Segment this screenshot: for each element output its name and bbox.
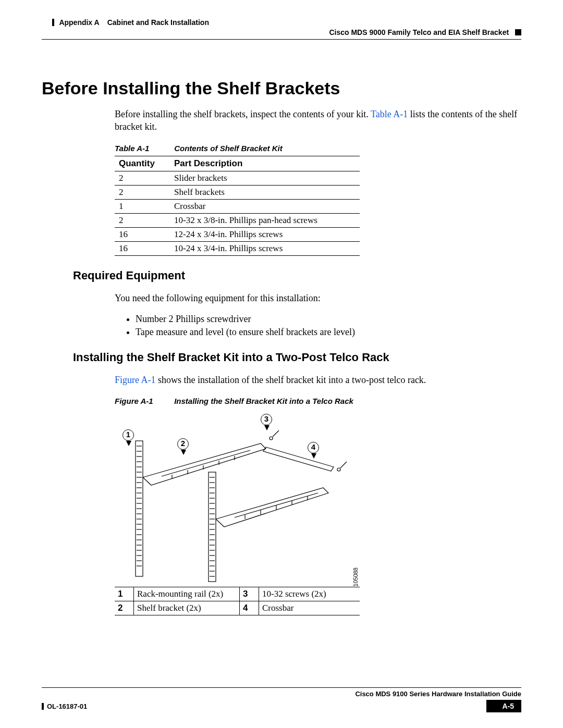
table-row: 1612-24 x 3/4-in. Phillips screws bbox=[115, 227, 360, 241]
figure-illustration: 1 2 3 4 105088 bbox=[115, 410, 360, 587]
table-row: 2Slider brackets bbox=[115, 171, 360, 185]
figure-caption-number: Figure A-1 bbox=[115, 397, 172, 405]
install-heading: Installing the Shelf Bracket Kit into a … bbox=[73, 351, 521, 364]
table-row: 1Crossbar bbox=[115, 199, 360, 213]
required-equipment-heading: Required Equipment bbox=[73, 269, 521, 282]
svg-point-60 bbox=[337, 468, 340, 471]
table-row: 2Shelf brackets bbox=[115, 185, 360, 199]
intro-paragraph: Before installing the shelf brackets, in… bbox=[115, 108, 521, 133]
install-text-b: shows the installation of the shelf brac… bbox=[156, 375, 426, 385]
table-caption-number: Table A-1 bbox=[115, 144, 172, 153]
table-row: 1 Rack-mounting rail (2x) 3 10-32 screws… bbox=[115, 587, 360, 601]
header-chapter: Cabinet and Rack Installation bbox=[107, 18, 209, 27]
running-header: Appendix A Cabinet and Rack Installation… bbox=[42, 16, 521, 47]
install-paragraph: Figure A-1 shows the installation of the… bbox=[115, 374, 521, 386]
figure-caption: Figure A-1 Installing the Shelf Bracket … bbox=[115, 397, 521, 405]
kit-contents-table: Quantity Part Description 2Slider bracke… bbox=[115, 156, 360, 256]
figure-legend-table: 1 Rack-mounting rail (2x) 3 10-32 screws… bbox=[115, 587, 360, 615]
telco-rack-diagram bbox=[115, 410, 360, 587]
svg-line-59 bbox=[273, 430, 279, 437]
header-left: Appendix A Cabinet and Rack Installation bbox=[52, 18, 209, 27]
col-description: Part Description bbox=[170, 156, 360, 171]
figure-ref-link[interactable]: Figure A-1 bbox=[115, 375, 156, 385]
equipment-list: Number 2 Phillips screwdriver Tape measu… bbox=[136, 314, 521, 338]
svg-rect-25 bbox=[209, 472, 216, 582]
table-row: 2 Shelf bracket (2x) 4 Crossbar bbox=[115, 601, 360, 615]
header-appendix: Appendix A bbox=[59, 18, 99, 27]
col-quantity: Quantity bbox=[115, 156, 170, 171]
table-header-row: Quantity Part Description bbox=[115, 156, 360, 171]
header-right: Cisco MDS 9000 Family Telco and EIA Shel… bbox=[329, 28, 521, 36]
table-caption: Table A-1 Contents of Shelf Bracket Kit bbox=[115, 144, 521, 153]
arrow-icon bbox=[311, 453, 316, 459]
intro-text-a: Before installing the shelf brackets, in… bbox=[115, 109, 371, 119]
table-row: 1610-24 x 3/4-in. Phillips screws bbox=[115, 241, 360, 255]
arrow-icon bbox=[181, 450, 186, 455]
svg-point-58 bbox=[270, 437, 273, 440]
svg-line-52 bbox=[235, 493, 318, 517]
list-item: Tape measure and level (to ensure shelf … bbox=[136, 327, 521, 338]
arrow-icon bbox=[264, 425, 270, 430]
header-section: Cisco MDS 9000 Family Telco and EIA Shel… bbox=[329, 28, 509, 36]
footer-doc-number: OL-16187-01 bbox=[42, 702, 87, 710]
page-title: Before Installing the Shelf Brackets bbox=[42, 78, 521, 98]
svg-line-46 bbox=[162, 450, 250, 476]
running-footer: Cisco MDS 9100 Series Hardware Installat… bbox=[42, 687, 521, 712]
page-number: A-5 bbox=[486, 700, 521, 712]
equip-intro: You need the following equipment for thi… bbox=[115, 292, 521, 304]
svg-line-61 bbox=[340, 462, 347, 468]
footer-title: Cisco MDS 9100 Series Hardware Installat… bbox=[42, 690, 521, 698]
list-item: Number 2 Phillips screwdriver bbox=[136, 314, 521, 325]
figure-caption-text: Installing the Shelf Bracket Kit into a … bbox=[174, 397, 353, 405]
figure-id: 105088 bbox=[352, 567, 359, 587]
table-ref-link[interactable]: Table A-1 bbox=[371, 109, 408, 119]
arrow-icon bbox=[126, 441, 131, 446]
table-row: 210-32 x 3/8-in. Phillips pan-head screw… bbox=[115, 213, 360, 227]
table-caption-text: Contents of Shelf Bracket Kit bbox=[174, 144, 283, 153]
header-square-icon bbox=[515, 29, 521, 35]
